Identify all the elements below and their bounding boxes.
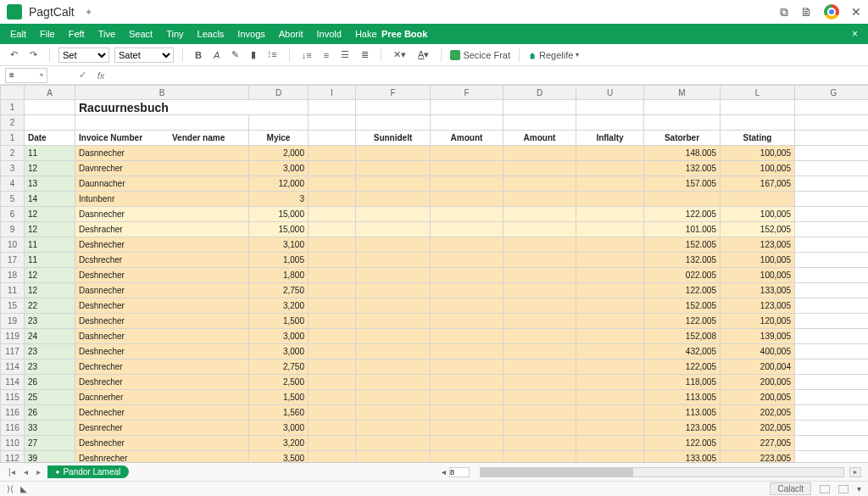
row-header[interactable]: 4: [1, 176, 25, 192]
cell[interactable]: [309, 176, 356, 192]
cell[interactable]: [356, 314, 431, 329]
cell[interactable]: [795, 237, 869, 253]
cell[interactable]: [309, 207, 356, 222]
row-header[interactable]: 117: [1, 344, 25, 359]
column-header[interactable]: F: [431, 86, 504, 100]
cell[interactable]: [576, 253, 644, 268]
cell[interactable]: [504, 436, 576, 451]
cell[interactable]: 26: [25, 405, 75, 421]
cell[interactable]: 122.005: [644, 436, 721, 451]
cell[interactable]: [795, 314, 869, 329]
cell[interactable]: [504, 375, 576, 390]
column-header[interactable]: D: [504, 86, 576, 100]
cell[interactable]: 33: [25, 421, 75, 436]
cell[interactable]: [576, 146, 644, 161]
cell[interactable]: [504, 390, 576, 405]
cell[interactable]: Davnrecher: [75, 161, 249, 176]
cell[interactable]: 101.005: [644, 222, 721, 237]
cell[interactable]: 132.005: [644, 253, 721, 268]
cell[interactable]: 100,005: [721, 161, 795, 176]
cell[interactable]: 1,500: [249, 390, 309, 405]
cell[interactable]: 12: [25, 161, 75, 176]
cell[interactable]: [576, 222, 644, 237]
cell[interactable]: [309, 344, 356, 359]
cell[interactable]: [309, 375, 356, 390]
cell[interactable]: [356, 298, 431, 314]
cell[interactable]: [356, 405, 431, 421]
cell[interactable]: 202,005: [721, 421, 795, 436]
row-header[interactable]: 2: [1, 146, 25, 161]
row-header[interactable]: 2: [1, 115, 25, 131]
menu-item[interactable]: Invold: [310, 29, 348, 39]
cell[interactable]: 2,500: [249, 375, 309, 390]
sheet-tab[interactable]: Pandor Lameal: [47, 465, 130, 478]
cell[interactable]: [504, 405, 576, 421]
cell[interactable]: [309, 237, 356, 253]
font-family-select[interactable]: Set: [58, 47, 109, 63]
sheet-nav-next-icon[interactable]: ▸: [35, 467, 42, 476]
align-sort-icon[interactable]: ↓≡: [298, 49, 315, 61]
cell[interactable]: 122.005: [644, 207, 721, 222]
cell[interactable]: [431, 359, 504, 375]
align-justify-icon[interactable]: ☰: [337, 48, 353, 61]
cell[interactable]: [431, 421, 504, 436]
regelife-button[interactable]: Regelife▾: [528, 50, 579, 60]
layout-icon[interactable]: ⧉: [780, 5, 788, 20]
column-header[interactable]: I: [309, 86, 356, 100]
menu-item[interactable]: Ealt: [3, 29, 33, 39]
cell[interactable]: [795, 298, 869, 314]
cell[interactable]: [504, 192, 576, 207]
cell[interactable]: [795, 375, 869, 390]
cell[interactable]: [576, 298, 644, 314]
cell[interactable]: [309, 298, 356, 314]
cell[interactable]: 13: [25, 176, 75, 192]
view-mode-icon[interactable]: [820, 485, 830, 493]
cell[interactable]: [504, 283, 576, 298]
cell[interactable]: Deshracher: [75, 222, 249, 237]
cell[interactable]: Daunnacher: [75, 176, 249, 192]
cell[interactable]: [356, 176, 431, 192]
cell[interactable]: 200,005: [721, 390, 795, 405]
italic-icon[interactable]: A: [210, 49, 223, 61]
cell[interactable]: Intunbenr: [75, 192, 249, 207]
horizontal-scrollbar[interactable]: [480, 467, 844, 477]
cell[interactable]: 12: [25, 222, 75, 237]
cell[interactable]: 118,005: [644, 375, 721, 390]
row-header[interactable]: 1: [1, 100, 25, 115]
cell[interactable]: [721, 192, 795, 207]
cell[interactable]: [795, 146, 869, 161]
cell[interactable]: [309, 268, 356, 283]
cell[interactable]: [795, 436, 869, 451]
cell[interactable]: Dechrecher: [75, 359, 249, 375]
cell[interactable]: [309, 283, 356, 298]
row-header[interactable]: 114: [1, 375, 25, 390]
menu-item[interactable]: Tive: [92, 29, 122, 39]
cell[interactable]: 100,005: [721, 268, 795, 283]
cell[interactable]: 3,000: [249, 344, 309, 359]
cell[interactable]: [309, 222, 356, 237]
row-header[interactable]: 1: [1, 131, 25, 146]
cell[interactable]: 202,005: [721, 405, 795, 421]
cell[interactable]: 113.005: [644, 405, 721, 421]
cell[interactable]: Desnrecher: [75, 421, 249, 436]
cell[interactable]: [431, 268, 504, 283]
cell[interactable]: [356, 222, 431, 237]
cell[interactable]: [431, 405, 504, 421]
cell[interactable]: 100,005: [721, 146, 795, 161]
cell[interactable]: [431, 390, 504, 405]
row-header[interactable]: 10: [1, 237, 25, 253]
undo-icon[interactable]: ↶: [7, 48, 21, 61]
row-header[interactable]: 114: [1, 359, 25, 375]
cell[interactable]: 123,005: [721, 237, 795, 253]
row-header[interactable]: 17: [1, 253, 25, 268]
cell[interactable]: [309, 421, 356, 436]
cell[interactable]: Dacnnerher: [75, 390, 249, 405]
cell[interactable]: 227,005: [721, 436, 795, 451]
cell[interactable]: [795, 176, 869, 192]
clear-format-icon[interactable]: ✕▾: [390, 48, 409, 61]
cell[interactable]: [504, 253, 576, 268]
cell[interactable]: Deshrecher: [75, 375, 249, 390]
cell[interactable]: [795, 253, 869, 268]
cell[interactable]: 14: [25, 192, 75, 207]
cell[interactable]: Deshnecher: [75, 298, 249, 314]
